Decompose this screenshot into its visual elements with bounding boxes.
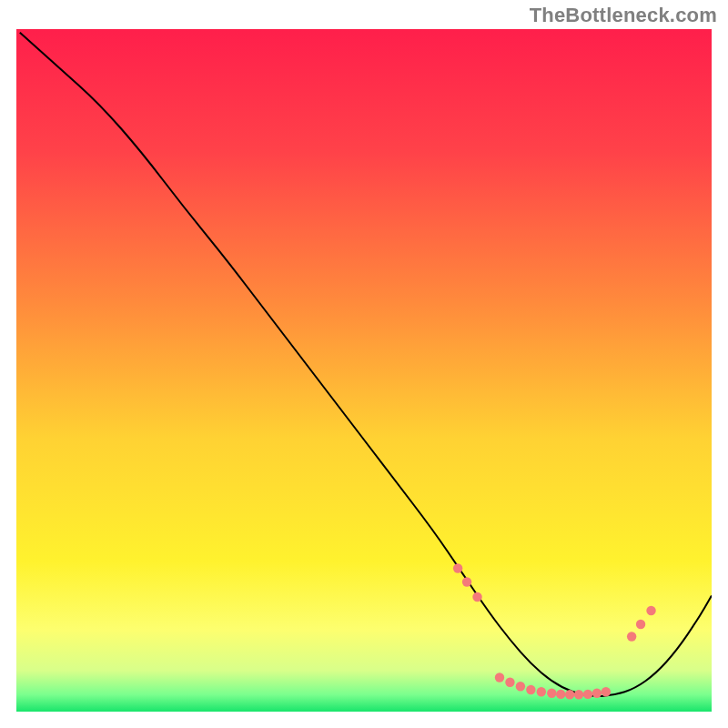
marker-point: [526, 685, 535, 694]
marker-point: [472, 592, 481, 602]
chart-svg: [16, 29, 712, 712]
marker-point: [547, 689, 556, 698]
marker-point: [495, 672, 504, 682]
gradient-background: [16, 29, 712, 712]
marker-point: [556, 690, 565, 699]
marker-point: [516, 682, 525, 691]
marker-point: [627, 632, 636, 641]
marker-point: [583, 690, 592, 699]
marker-point: [574, 690, 583, 699]
marker-point: [592, 689, 602, 698]
marker-point: [646, 606, 655, 615]
marker-point: [462, 577, 471, 586]
marker-point: [453, 563, 462, 572]
plot-area: [16, 29, 712, 712]
marker-point: [537, 687, 546, 696]
marker-point: [602, 687, 611, 696]
marker-point: [505, 678, 514, 687]
marker-point: [565, 690, 574, 699]
chart-frame: TheBottleneck.com: [0, 0, 728, 728]
marker-point: [636, 620, 645, 629]
watermark-text: TheBottleneck.com: [530, 4, 717, 27]
